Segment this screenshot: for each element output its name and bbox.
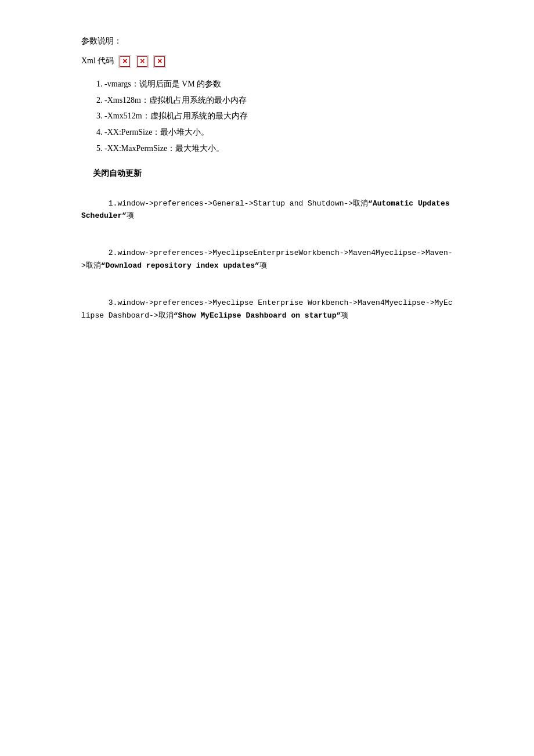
- broken-image-2: [136, 55, 149, 68]
- step2-suffix: 项: [259, 261, 267, 270]
- list-item: -XX:MaxPermSize：最大堆大小。: [104, 142, 453, 156]
- broken-image-3: [153, 55, 166, 68]
- page-content: 参数说明： Xml 代码 -vmargs：说明后面是 VM 的参数 -Xms12…: [81, 35, 453, 334]
- list-item: -vmargs：说明后面是 VM 的参数: [104, 77, 453, 91]
- params-list-section: -vmargs：说明后面是 VM 的参数 -Xms128m：虚拟机占用系统的最小…: [81, 77, 453, 156]
- xml-label: Xml 代码: [81, 55, 114, 67]
- list-item: -Xms128m：虚拟机占用系统的最小内存: [104, 93, 453, 107]
- params-title: 参数说明：: [81, 35, 453, 48]
- params-title-text: 参数说明：: [81, 35, 453, 48]
- step2-quote: “Download repository index updates”: [101, 261, 259, 270]
- auto-update-title: 关闭自动更新: [81, 167, 453, 180]
- step1-suffix: 项: [127, 211, 134, 220]
- list-item: -Xmx512m：虚拟机占用系统的最大内存: [104, 109, 453, 123]
- xml-code-line: Xml 代码: [81, 55, 453, 67]
- step3-quote: “Show MyEclipse Dashboard on startup”: [174, 311, 341, 320]
- auto-update-steps: 1.window->preferences->General->Startup …: [81, 185, 453, 334]
- auto-update-section: 关闭自动更新 1.window->preferences->General->S…: [81, 167, 453, 334]
- params-list: -vmargs：说明后面是 VM 的参数 -Xms128m：虚拟机占用系统的最小…: [93, 77, 453, 156]
- step3-suffix: 项: [341, 311, 348, 320]
- broken-image-1: [118, 55, 131, 68]
- list-item: -XX:PermSize：最小堆大小。: [104, 125, 453, 139]
- step1-prefix: 1.window->preferences->General->Startup …: [109, 199, 368, 208]
